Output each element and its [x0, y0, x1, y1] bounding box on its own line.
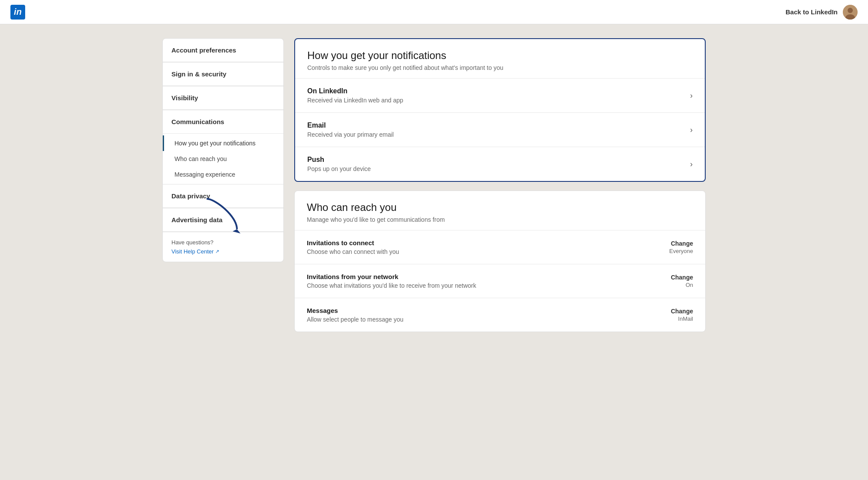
sidebar-section-signin: Sign in & security	[163, 62, 283, 86]
sidebar-section-advertising: Advertising data	[163, 208, 283, 232]
header: in Back to LinkedIn	[0, 0, 868, 24]
reach-item-invitations-connect[interactable]: Invitations to connect Choose who can co…	[295, 230, 705, 264]
sidebar-help: Have questions? Visit Help Center ↗	[163, 232, 283, 262]
communications-sub-items: How you get your notifications Who can r…	[163, 134, 283, 184]
sidebar-section-visibility: Visibility	[163, 86, 283, 110]
reach-item-invitations-connect-desc: Choose who can connect with you	[307, 248, 399, 255]
reach-section-title: Who can reach you	[307, 201, 693, 214]
sidebar-item-communications[interactable]: Communications	[163, 110, 283, 134]
reach-item-invitations-connect-left: Invitations to connect Choose who can co…	[307, 239, 399, 255]
reach-item-invitations-network-left: Invitations from your network Choose wha…	[307, 273, 476, 289]
notif-item-push[interactable]: Push Pops up on your device ›	[295, 147, 705, 181]
sidebar-section-data-privacy: Data privacy	[163, 184, 283, 208]
reach-item-messages[interactable]: Messages Allow select people to message …	[295, 298, 705, 332]
external-link-icon: ↗	[215, 249, 219, 254]
reach-item-invitations-network[interactable]: Invitations from your network Choose wha…	[295, 264, 705, 298]
sidebar-wrapper: Account preferences Sign in & security V…	[162, 38, 284, 262]
notif-item-email-content: Email Received via your primary email	[307, 122, 394, 138]
sidebar-section-communications: Communications How you get your notifica…	[163, 110, 283, 184]
notif-item-email-desc: Received via your primary email	[307, 131, 394, 138]
chevron-icon-linkedin: ›	[690, 91, 693, 100]
reach-item-messages-left: Messages Allow select people to message …	[307, 307, 404, 323]
sidebar: Account preferences Sign in & security V…	[162, 38, 284, 262]
chevron-icon-email: ›	[690, 125, 693, 135]
reach-section-header: Who can reach you Manage who you'd like …	[295, 191, 705, 230]
messages-change-link[interactable]: Change	[671, 308, 693, 315]
reach-item-invitations-network-title: Invitations from your network	[307, 273, 476, 280]
sidebar-subitem-who-can-reach[interactable]: Who can reach you	[163, 151, 283, 167]
notifications-section-title: How you get your notifications	[307, 49, 693, 62]
sidebar-item-advertising-data[interactable]: Advertising data	[163, 208, 283, 232]
reach-section-subtitle: Manage who you'd like to get communicati…	[307, 216, 693, 223]
sidebar-item-sign-in-security[interactable]: Sign in & security	[163, 62, 283, 86]
header-left: in	[10, 5, 25, 20]
reach-item-invitations-connect-right: Change Everyone	[669, 240, 693, 254]
reach-item-invitations-connect-title: Invitations to connect	[307, 239, 399, 247]
sidebar-item-visibility[interactable]: Visibility	[163, 86, 283, 110]
chevron-icon-push: ›	[690, 160, 693, 169]
notif-item-linkedin-desc: Received via LinkedIn web and app	[307, 97, 403, 104]
back-to-linkedin-link[interactable]: Back to LinkedIn	[786, 8, 838, 16]
notifications-section-subtitle: Controls to make sure you only get notif…	[307, 64, 693, 71]
reach-item-invitations-network-right: Change On	[671, 274, 693, 288]
notif-item-push-content: Push Pops up on your device	[307, 156, 371, 172]
reach-item-messages-right: Change InMail	[671, 308, 693, 322]
have-questions-text: Have questions?	[171, 239, 275, 246]
visit-help-center-link[interactable]: Visit Help Center ↗	[171, 248, 275, 255]
page-container: Account preferences Sign in & security V…	[152, 24, 716, 355]
sidebar-subitem-messaging-experience[interactable]: Messaging experience	[163, 167, 283, 182]
notif-item-linkedin[interactable]: On LinkedIn Received via LinkedIn web an…	[295, 78, 705, 112]
sidebar-item-data-privacy[interactable]: Data privacy	[163, 184, 283, 208]
invitations-network-value: On	[671, 282, 693, 288]
header-right: Back to LinkedIn	[786, 5, 858, 20]
notif-item-linkedin-title: On LinkedIn	[307, 87, 403, 95]
messages-value: InMail	[671, 316, 693, 322]
notifications-section: How you get your notifications Controls …	[294, 38, 706, 182]
sidebar-section-account: Account preferences	[163, 39, 283, 62]
reach-section: Who can reach you Manage who you'd like …	[294, 191, 706, 332]
reach-item-messages-desc: Allow select people to message you	[307, 316, 404, 323]
invitations-network-change-link[interactable]: Change	[671, 274, 693, 281]
notif-item-push-title: Push	[307, 156, 371, 164]
svg-point-1	[848, 8, 853, 13]
reach-item-invitations-network-desc: Choose what invitations you'd like to re…	[307, 282, 476, 289]
main-content: How you get your notifications Controls …	[294, 38, 706, 341]
notifications-section-header: How you get your notifications Controls …	[295, 39, 705, 78]
notif-item-email-title: Email	[307, 122, 394, 129]
notif-item-push-desc: Pops up on your device	[307, 165, 371, 172]
invitations-connect-value: Everyone	[669, 248, 693, 254]
sidebar-subitem-how-notifications[interactable]: How you get your notifications	[163, 135, 283, 151]
invitations-connect-change-link[interactable]: Change	[669, 240, 693, 247]
sidebar-item-account-preferences[interactable]: Account preferences	[163, 39, 283, 62]
notif-item-email[interactable]: Email Received via your primary email ›	[295, 112, 705, 147]
notif-item-linkedin-content: On LinkedIn Received via LinkedIn web an…	[307, 87, 403, 104]
reach-item-messages-title: Messages	[307, 307, 404, 314]
linkedin-logo-icon[interactable]: in	[10, 5, 25, 20]
avatar[interactable]	[843, 5, 858, 20]
